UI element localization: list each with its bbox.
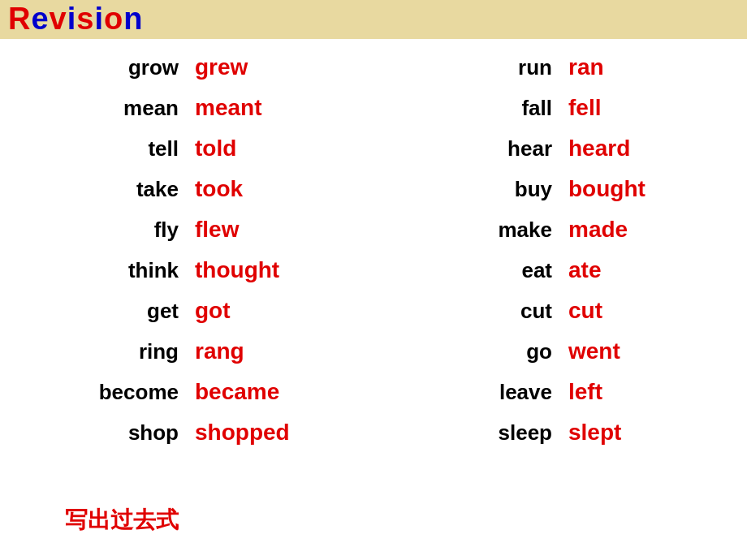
past-word: heard xyxy=(568,136,682,162)
base-word: grow xyxy=(65,55,179,80)
word-pair-right-0: run ran xyxy=(374,54,747,80)
word-pair-left-0: grow grew xyxy=(0,54,374,80)
base-word: get xyxy=(65,299,179,324)
word-pair-right-8: leave left xyxy=(374,379,747,405)
base-word: go xyxy=(438,339,552,364)
past-word: ran xyxy=(568,54,682,80)
content-area: grow grew mean meant tell told take took… xyxy=(0,39,747,560)
past-word: bought xyxy=(568,176,682,202)
base-word: take xyxy=(65,177,179,202)
past-word: ate xyxy=(568,257,682,283)
base-word: ring xyxy=(65,339,179,364)
base-word: mean xyxy=(65,96,179,121)
base-word: eat xyxy=(438,258,552,283)
revision-title: Revision xyxy=(8,2,143,37)
word-pair-right-7: go went xyxy=(374,338,747,364)
word-pair-left-5: think thought xyxy=(0,257,374,283)
past-word: cut xyxy=(568,298,682,324)
past-word: went xyxy=(568,338,682,364)
bottom-label: 写出过去式 xyxy=(65,505,179,536)
base-word: hear xyxy=(438,136,552,162)
word-pair-right-1: fall fell xyxy=(374,95,747,121)
word-pair-right-3: buy bought xyxy=(374,176,747,202)
base-word: fly xyxy=(65,218,179,243)
base-word: fall xyxy=(438,96,552,121)
word-pair-left-7: ring rang xyxy=(0,338,374,364)
word-pair-left-4: fly flew xyxy=(0,217,374,243)
past-word: slept xyxy=(568,420,682,446)
past-word: told xyxy=(195,136,309,162)
past-word: became xyxy=(195,379,309,405)
base-word: sleep xyxy=(438,420,552,446)
base-word: make xyxy=(438,218,552,243)
past-word: got xyxy=(195,298,309,324)
base-word: run xyxy=(438,55,552,80)
word-pair-right-6: cut cut xyxy=(374,298,747,324)
past-word: fell xyxy=(568,95,682,121)
left-column: grow grew mean meant tell told take took… xyxy=(0,39,374,560)
base-word: buy xyxy=(438,177,552,202)
base-word: become xyxy=(65,380,179,405)
past-word: took xyxy=(195,176,309,202)
base-word: shop xyxy=(65,420,179,446)
word-pair-left-1: mean meant xyxy=(0,95,374,121)
word-pair-right-9: sleep slept xyxy=(374,420,747,446)
base-word: tell xyxy=(65,136,179,162)
past-word: rang xyxy=(195,338,309,364)
right-column: run ran fall fell hear heard buy bought … xyxy=(374,39,747,560)
past-word: made xyxy=(568,217,682,243)
word-pair-left-3: take took xyxy=(0,176,374,202)
word-pair-left-2: tell told xyxy=(0,136,374,162)
base-word: think xyxy=(65,258,179,283)
past-word: shopped xyxy=(195,420,309,446)
past-word: grew xyxy=(195,54,309,80)
word-pair-right-2: hear heard xyxy=(374,136,747,162)
past-word: flew xyxy=(195,217,309,243)
word-pair-right-5: eat ate xyxy=(374,257,747,283)
word-pair-left-9: shop shopped xyxy=(0,420,374,446)
word-pair-left-8: become became xyxy=(0,379,374,405)
past-word: left xyxy=(568,379,682,405)
base-word: leave xyxy=(438,380,552,405)
base-word: cut xyxy=(438,299,552,324)
past-word: thought xyxy=(195,257,309,283)
word-pair-left-6: get got xyxy=(0,298,374,324)
word-pair-right-4: make made xyxy=(374,217,747,243)
past-word: meant xyxy=(195,95,309,121)
